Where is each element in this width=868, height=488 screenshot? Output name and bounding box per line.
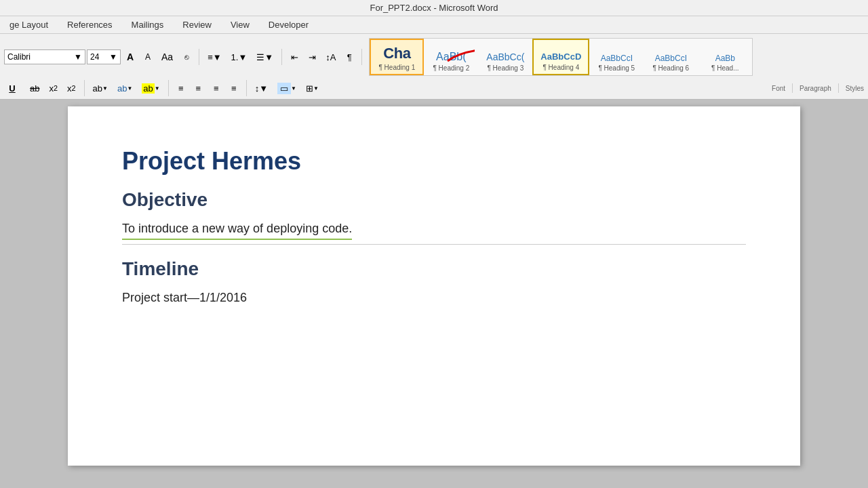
font-name-dropdown[interactable]: Calibri ▼ <box>4 49 85 64</box>
doc-body-text: To introduce a new way of deploying code… <box>122 222 352 240</box>
superscript-btn[interactable]: x2 <box>63 80 80 96</box>
style-heading5-preview: AaBbCcI <box>601 54 633 63</box>
doc-subtext: Project start—1/1/2016 <box>122 291 746 305</box>
font-color-btn[interactable]: ab▼ <box>113 80 136 96</box>
align-justify-btn[interactable]: ≡ <box>226 80 242 96</box>
doc-separator <box>122 244 746 245</box>
increase-indent-btn[interactable]: ⇥ <box>304 49 320 65</box>
ribbon: Calibri ▼ 24 ▼ A A Aa ⎋ ≡▼ 1.▼ ☰▼ ⇤ <box>0 34 868 100</box>
doc-page: Project Hermes Objective To introduce a … <box>68 106 800 466</box>
font-shading-btn[interactable]: ab▼ <box>138 80 163 96</box>
text-highlight-btn[interactable]: ab▼ <box>89 80 112 96</box>
styles-gallery: Cha ¶ Heading 1 AaBb( ¶ Heading 2 AaBbCc… <box>369 38 753 76</box>
align-right-btn[interactable]: ≡ <box>208 80 224 96</box>
styles-section-label: Styles <box>840 85 864 92</box>
style-heading1[interactable]: Cha ¶ Heading 1 <box>370 39 424 75</box>
subscript-btn[interactable]: x2 <box>45 80 62 96</box>
menu-references[interactable]: References <box>63 18 116 32</box>
doc-body-container: To introduce a new way of deploying code… <box>122 222 746 245</box>
style-heading2[interactable]: AaBb( ¶ Heading 2 <box>424 39 478 75</box>
shading-btn[interactable]: ▭▼ <box>273 80 300 96</box>
title-text: For_PPT2.docx - Microsoft Word <box>370 3 498 13</box>
strikethrough-btn[interactable]: ab <box>26 80 43 96</box>
style-heading1-label: ¶ Heading 1 <box>378 64 415 71</box>
title-bar: For_PPT2.docx - Microsoft Word <box>0 0 868 16</box>
style-heading6[interactable]: AaBbCcI ¶ Heading 6 <box>644 39 698 75</box>
underline-btn[interactable]: U <box>4 80 20 96</box>
paragraph-section-label: Paragraph <box>794 85 837 92</box>
border-btn[interactable]: ⊞▼ <box>302 80 323 96</box>
style-heading6-label: ¶ Heading 6 <box>652 64 689 72</box>
doc-heading2: Objective <box>122 189 746 211</box>
doc-heading3: Timeline <box>122 258 746 280</box>
style-heading3-preview: AaBbCc( <box>486 52 524 63</box>
menu-bar: ge Layout References Mailings Review Vie… <box>0 16 868 34</box>
style-heading1-preview: Cha <box>383 45 410 62</box>
style-heading4[interactable]: AaBbCcD ¶ Heading 4 <box>532 39 589 75</box>
style-heading6-preview: AaBbCcI <box>655 54 687 63</box>
bullet-list-btn[interactable]: ≡▼ <box>203 49 225 65</box>
show-paragraph-btn[interactable]: ¶ <box>341 49 357 65</box>
style-head[interactable]: AaBb ¶ Head... <box>698 39 752 75</box>
style-heading2-label: ¶ Heading 2 <box>433 64 469 72</box>
font-size-dropdown[interactable]: 24 ▼ <box>87 49 121 64</box>
menu-view[interactable]: View <box>226 18 254 32</box>
clear-formatting-btn[interactable]: ⎋ <box>178 49 195 65</box>
style-heading4-preview: AaBbCcD <box>540 52 581 62</box>
align-left-btn[interactable]: ≡ <box>173 80 189 96</box>
ribbon-row2: U ab x2 x2 ab▼ ab▼ ab▼ ≡ ≡ ≡ ≡ ↕▼ <box>0 79 868 99</box>
doc-heading1: Project Hermes <box>122 147 746 176</box>
decrease-indent-btn[interactable]: ⇤ <box>286 49 302 65</box>
doc-area: Project Hermes Objective To introduce a … <box>0 100 868 472</box>
line-spacing-btn[interactable]: ↕▼ <box>251 80 272 96</box>
style-head-label: ¶ Head... <box>711 64 738 72</box>
font-section-label: Font <box>772 85 791 92</box>
style-heading5[interactable]: AaBbCcI ¶ Heading 5 <box>589 39 644 75</box>
menu-developer[interactable]: Developer <box>264 18 313 32</box>
menu-mailings[interactable]: Mailings <box>127 18 168 32</box>
style-heading3-label: ¶ Heading 3 <box>487 64 524 72</box>
numbered-list-btn[interactable]: 1.▼ <box>227 49 252 65</box>
align-center-btn[interactable]: ≡ <box>191 80 207 96</box>
style-heading2-preview: AaBb( <box>436 50 466 63</box>
font-size-increase-btn[interactable]: A <box>122 49 138 65</box>
style-heading5-label: ¶ Heading 5 <box>598 64 635 72</box>
style-heading4-label: ¶ Heading 4 <box>542 64 579 71</box>
menu-review[interactable]: Review <box>178 18 216 32</box>
change-case-btn[interactable]: Aa <box>157 49 177 65</box>
style-heading3[interactable]: AaBbCc( ¶ Heading 3 <box>478 39 532 75</box>
sort-btn[interactable]: ↕A <box>321 49 340 65</box>
style-head-preview: AaBb <box>715 54 735 63</box>
font-size-decrease-btn[interactable]: A <box>140 49 156 65</box>
menu-page-layout[interactable]: ge Layout <box>5 18 52 32</box>
multilevel-list-btn[interactable]: ☰▼ <box>252 49 277 65</box>
ribbon-row1: Calibri ▼ 24 ▼ A A Aa ⎋ ≡▼ 1.▼ ☰▼ ⇤ <box>0 34 868 79</box>
